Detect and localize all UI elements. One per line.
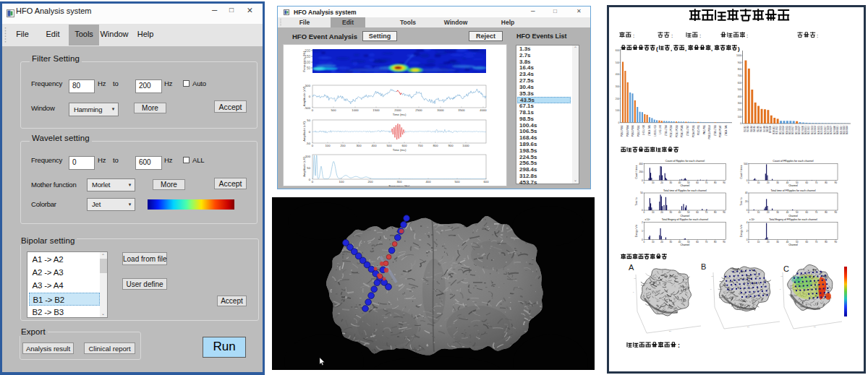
svg-text:2: 2	[746, 230, 748, 233]
svg-text:LTB3-LTB7: LTB3-LTB7	[686, 125, 689, 137]
svg-text:60: 60	[805, 181, 808, 184]
svg-text:Energy / uV²: Energy / uV²	[635, 225, 638, 238]
svg-text:C: C	[783, 264, 789, 273]
svg-text:20: 20	[745, 200, 748, 203]
svg-text:0: 0	[312, 144, 314, 147]
svg-text:Amplitude (uV): Amplitude (uV)	[302, 157, 306, 177]
svg-text:50: 50	[307, 166, 310, 170]
svg-text:300: 300	[616, 85, 620, 88]
svg-text:50: 50	[687, 181, 690, 184]
svg-text:Time / s: Time / s	[740, 197, 743, 206]
svg-text:PCB1-PCB4: PCB1-PCB4	[670, 125, 673, 137]
svg-text:0: 0	[309, 178, 311, 181]
svg-text:x 107: x 107	[644, 218, 650, 221]
svg-text:600: 600	[738, 82, 742, 85]
svg-text:500: 500	[455, 180, 461, 184]
svg-text:4000: 4000	[480, 108, 487, 112]
svg-text:20: 20	[660, 181, 663, 184]
svg-text:P5B1-P5B2: P5B1-P5B2	[637, 125, 640, 137]
svg-text:B21-B22: B21-B22	[807, 126, 810, 134]
svg-text:B6-B7: B6-B7	[760, 126, 762, 132]
svg-text:Frequency (Hz): Frequency (Hz)	[302, 51, 306, 72]
svg-text:2000: 2000	[394, 108, 401, 112]
svg-text:B26-B27: B26-B27	[824, 126, 827, 134]
svg-text:50: 50	[687, 211, 690, 214]
svg-text:400: 400	[639, 163, 644, 165]
svg-text:70: 70	[705, 211, 708, 214]
svg-text:B22-B23: B22-B23	[811, 126, 814, 134]
svg-text::: :	[671, 33, 673, 39]
svg-text:50: 50	[687, 241, 690, 243]
svg-text:800: 800	[738, 68, 742, 71]
svg-text:300: 300	[738, 102, 742, 105]
svg-text:Total time of Ripples for each: Total time of Ripples for each channel	[663, 189, 707, 192]
svg-text:40: 40	[678, 181, 681, 184]
svg-text:40: 40	[786, 181, 789, 184]
svg-text:50: 50	[307, 118, 310, 122]
svg-text:0: 0	[644, 241, 645, 243]
svg-text:90: 90	[723, 241, 726, 243]
svg-text:90: 90	[723, 181, 726, 184]
svg-text:100: 100	[339, 180, 345, 184]
svg-text:400: 400	[426, 180, 432, 184]
svg-text:200: 200	[738, 108, 742, 111]
svg-text:500: 500	[305, 84, 311, 87]
svg-text:Amplitude (uV): Amplitude (uV)	[302, 121, 306, 142]
svg-text:50: 50	[640, 191, 643, 194]
svg-text:B20-B21: B20-B21	[804, 126, 807, 134]
svg-text:PCB4-PCB5: PCB4-PCB5	[692, 125, 695, 137]
svg-text::: :	[678, 342, 680, 349]
svg-text::: :	[817, 33, 818, 39]
svg-text:(: (	[656, 46, 658, 52]
svg-text:0: 0	[618, 121, 619, 124]
svg-text:Count / times: Count / times	[740, 165, 743, 178]
svg-text:Total time of FRipples for eac: Total time of FRipples for each channel	[770, 189, 815, 192]
svg-text:Channel: Channel	[788, 215, 798, 217]
svg-text:B27-B28: B27-B28	[827, 126, 830, 134]
svg-text:LTA14-TA3: LTA14-TA3	[648, 125, 651, 136]
svg-text:80: 80	[825, 211, 827, 214]
svg-text:P3B13-P3B14: P3B13-P3B14	[708, 125, 711, 139]
svg-text:PAC-PB5: PAC-PB5	[703, 125, 706, 134]
svg-text:200: 200	[368, 180, 374, 184]
svg-text:B33-B34: B33-B34	[846, 126, 848, 134]
svg-text:Channel: Channel	[681, 215, 690, 217]
svg-text:20: 20	[767, 241, 770, 243]
svg-text:200: 200	[616, 98, 620, 100]
svg-text:0: 0	[746, 209, 748, 212]
svg-text:300: 300	[397, 180, 403, 184]
svg-text:B: B	[701, 262, 706, 271]
svg-text:200: 200	[341, 144, 346, 147]
svg-text:0: 0	[644, 211, 645, 214]
svg-text:0: 0	[644, 181, 645, 184]
svg-text:0: 0	[748, 181, 749, 184]
svg-text:B30-B31: B30-B31	[836, 126, 839, 134]
svg-text:B12-B13: B12-B13	[779, 126, 782, 134]
svg-text:400: 400	[616, 73, 620, 76]
svg-text:1000: 1000	[352, 108, 359, 112]
svg-text:900: 900	[448, 144, 454, 147]
svg-text:PCB2-PCB3: PCB2-PCB3	[676, 125, 678, 137]
svg-text:30: 30	[669, 211, 672, 214]
svg-text:1500: 1500	[373, 108, 380, 112]
svg-text:1: 1	[642, 230, 643, 233]
svg-text:400: 400	[372, 144, 378, 147]
svg-text:300: 300	[357, 144, 362, 147]
svg-text:100: 100	[326, 144, 331, 147]
svg-text:Count of FRipples for each cha: Count of FRipples for each channel	[773, 160, 814, 163]
svg-text:B28-B29: B28-B29	[830, 126, 833, 134]
svg-text:20: 20	[767, 181, 770, 184]
svg-text:0: 0	[312, 180, 314, 184]
svg-text:80: 80	[714, 241, 717, 243]
svg-text:LH5-LH10: LH5-LH10	[642, 125, 645, 135]
svg-text:B5-B6: B5-B6	[757, 126, 760, 132]
svg-text:700: 700	[418, 144, 424, 147]
svg-text:Time (ms): Time (ms)	[393, 148, 407, 152]
svg-text:40: 40	[780, 275, 783, 277]
svg-text:0: 0	[748, 211, 749, 214]
svg-text:Total Engery of FRipples for e: Total Engery of FRipples for each channe…	[769, 218, 817, 221]
svg-text:80: 80	[714, 211, 717, 214]
svg-text:80: 80	[825, 181, 827, 184]
svg-text:Energy / uV²: Energy / uV²	[740, 225, 743, 238]
svg-text:B19-B20: B19-B20	[801, 126, 804, 134]
